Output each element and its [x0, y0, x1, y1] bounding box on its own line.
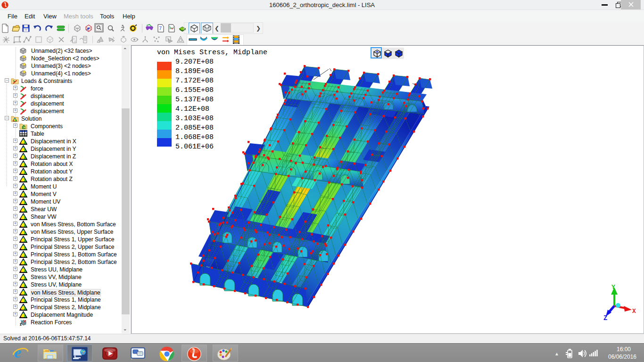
- svg-text:Z: Z: [603, 314, 607, 322]
- svg-text:7: 7: [159, 25, 162, 31]
- svg-text:Σ: Σ: [20, 323, 22, 326]
- svg-text:Y: Y: [611, 284, 615, 291]
- svg-text:e: e: [14, 346, 21, 360]
- svg-text:X: X: [632, 308, 636, 315]
- svg-text:y: y: [74, 40, 76, 42]
